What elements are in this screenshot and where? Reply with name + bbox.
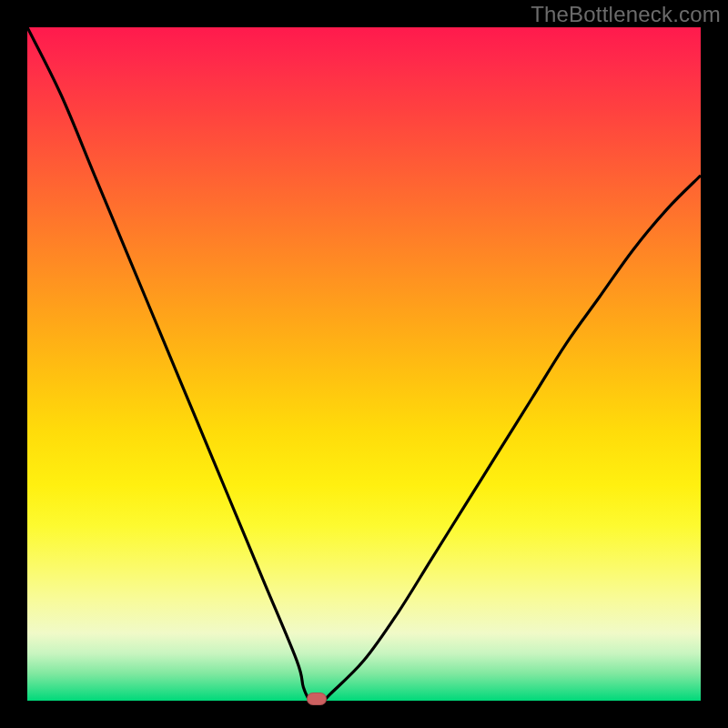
curve-path xyxy=(27,27,701,701)
chart-frame: TheBottleneck.com xyxy=(0,0,728,728)
watermark-text: TheBottleneck.com xyxy=(531,2,721,27)
bottleneck-curve xyxy=(27,27,701,701)
optimal-marker xyxy=(307,693,327,705)
plot-area xyxy=(27,27,701,701)
